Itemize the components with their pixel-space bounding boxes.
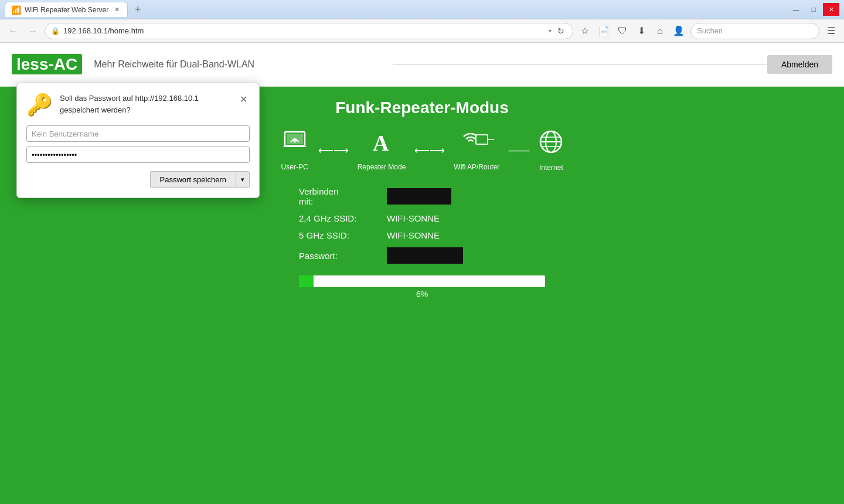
progress-label: 6% <box>299 290 545 299</box>
repeater-label: Repeater Mode <box>358 163 406 171</box>
ssid-24-row: 2,4 GHz SSID: WIFI-SONNE <box>299 213 545 223</box>
refresh-button[interactable]: ↻ <box>555 26 567 36</box>
dialog-line1: Soll das Passwort auf http://192.168.10.… <box>60 94 199 103</box>
window-controls: — □ ✕ <box>788 3 839 16</box>
progress-section: 6% <box>299 275 545 299</box>
passwort-value <box>387 247 463 264</box>
address-dropdown-icon[interactable]: ▾ <box>549 28 552 34</box>
diagram-wifi-ap: Wifi AP/Router <box>454 130 499 171</box>
verbinden-value <box>387 188 451 205</box>
key-icon: 🔑 <box>26 93 53 117</box>
wifi-ap-label: Wifi AP/Router <box>454 163 499 171</box>
dialog-footer: Passwort speichern ▾ <box>26 171 250 188</box>
dialog-header: 🔑 Soll das Passwort auf http://192.168.1… <box>26 93 250 117</box>
ssid-5-label: 5 GHz SSID: <box>299 230 381 240</box>
tab-title: WiFi Repeater Web Server <box>25 6 108 14</box>
reading-list-icon[interactable]: 📄 <box>595 23 612 39</box>
info-section: Verbindenmit: 2,4 GHz SSID: WIFI-SONNE 5… <box>299 186 545 271</box>
downloads-icon[interactable]: ⬇ <box>633 23 649 39</box>
abmelden-button[interactable]: Abmelden <box>767 55 832 74</box>
dialog-line2: gespeichert werden? <box>60 105 131 114</box>
progress-bar-fill <box>299 275 314 287</box>
dialog-text: Soll das Passwort auf http://192.168.10.… <box>60 93 199 115</box>
verbinden-row: Verbindenmit: <box>299 186 545 206</box>
diagram-repeater: A Repeater Mode <box>358 130 406 171</box>
passwort-row: Passwort: <box>299 247 545 264</box>
password-input[interactable] <box>26 147 250 163</box>
browser-tab[interactable]: 📶 WiFi Repeater Web Server ✕ <box>5 2 128 17</box>
diagram-row: User-PC ⟵⟶ A Repeater Mo <box>280 129 564 172</box>
new-tab-button[interactable]: + <box>130 2 145 17</box>
connector-2: ⟵⟶ <box>414 144 445 157</box>
ssid-24-label: 2,4 GHz SSID: <box>299 213 381 223</box>
title-bar: 📶 WiFi Repeater Web Server ✕ + — □ ✕ <box>0 0 844 19</box>
svg-point-2 <box>294 141 295 143</box>
internet-icon <box>538 129 564 160</box>
tab-icon: 📶 <box>11 5 21 15</box>
save-password-button[interactable]: Passwort speichern <box>150 171 236 188</box>
ssid-5-value: WIFI-SONNE <box>387 230 440 240</box>
laptop-icon <box>280 130 309 159</box>
back-button[interactable]: ← <box>5 23 21 39</box>
navigation-bar: ← → 🔒 192.168.10.1/home.htm ▾ ↻ ☆ 📄 🛡 ⬇ … <box>0 19 844 43</box>
page-title: Funk-Repeater-Modus <box>335 98 509 117</box>
forward-button[interactable]: → <box>25 23 41 39</box>
username-input[interactable] <box>26 125 250 142</box>
nav-tools: ☆ 📄 🛡 ⬇ ⌂ 👤 <box>577 23 687 39</box>
save-password-dropdown-button[interactable]: ▾ <box>236 171 250 188</box>
passwort-label: Passwort: <box>299 251 381 261</box>
search-bar[interactable]: Suchen <box>690 23 819 39</box>
bookmarks-icon[interactable]: ☆ <box>577 23 593 39</box>
dialog-close-button[interactable]: ✕ <box>237 93 250 105</box>
ssid-24-value: WIFI-SONNE <box>387 213 440 223</box>
router-header: less-AC Mehr Reichweite für Dual-Band-WL… <box>0 43 844 87</box>
repeater-icon: A <box>367 130 396 159</box>
wifi-router-icon <box>459 130 494 159</box>
maximize-button[interactable]: □ <box>805 3 822 16</box>
home-icon[interactable]: ⌂ <box>652 23 668 39</box>
lock-icon: 🔒 <box>51 27 60 35</box>
internet-label: Internet <box>539 164 563 172</box>
verbinden-label: Verbindenmit: <box>299 186 381 206</box>
tab-close-button[interactable]: ✕ <box>112 5 121 15</box>
address-text: 192.168.10.1/home.htm <box>63 26 545 35</box>
page-content: less-AC Mehr Reichweite für Dual-Band-WL… <box>0 43 844 504</box>
user-pc-label: User-PC <box>281 163 308 171</box>
minimize-button[interactable]: — <box>788 3 804 16</box>
connector-3: —— <box>508 144 529 156</box>
profile-icon[interactable]: 👤 <box>671 23 687 39</box>
password-dialog: 🔑 Soll das Passwort auf http://192.168.1… <box>16 83 260 198</box>
diagram-internet: Internet <box>538 129 564 172</box>
diagram-user-pc: User-PC <box>280 130 309 171</box>
svg-rect-5 <box>477 135 487 144</box>
ssid-5-row: 5 GHz SSID: WIFI-SONNE <box>299 230 545 240</box>
router-logo: less-AC <box>12 55 82 74</box>
search-placeholder: Suchen <box>697 26 723 35</box>
address-bar[interactable]: 🔒 192.168.10.1/home.htm ▾ ↻ <box>45 23 573 39</box>
progress-bar <box>299 275 545 287</box>
connector-1: ⟵⟶ <box>318 144 349 157</box>
brand-text: less-AC <box>12 54 82 74</box>
router-subtitle: Mehr Reichweite für Dual-Band-WLAN <box>94 59 254 70</box>
close-window-button[interactable]: ✕ <box>823 3 839 16</box>
svg-text:A: A <box>373 131 389 154</box>
shield-icon[interactable]: 🛡 <box>614 23 631 39</box>
menu-button[interactable]: ☰ <box>823 23 839 39</box>
